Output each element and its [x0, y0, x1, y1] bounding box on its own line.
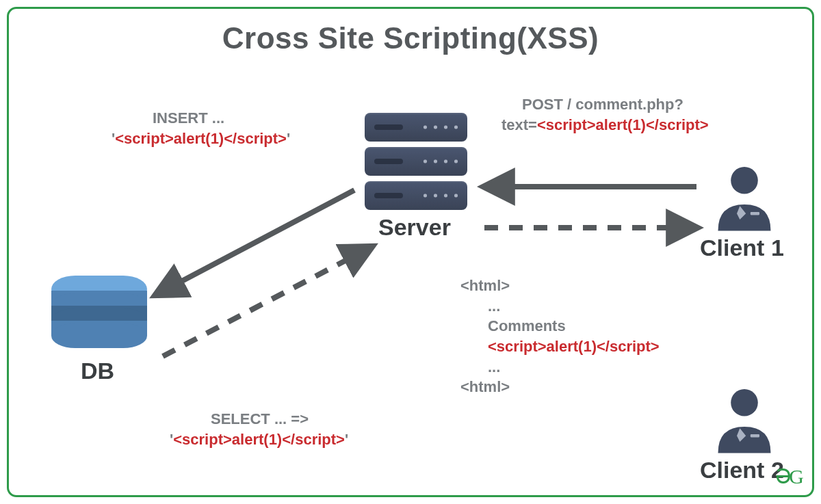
select-annotation: SELECT ... => '<script>alert(1)</script>…	[170, 409, 348, 449]
database-icon	[51, 276, 147, 348]
server-icon	[365, 113, 467, 215]
arrow-server-to-db	[156, 190, 354, 295]
arrows-layer	[9, 9, 814, 497]
diagram-frame: Cross Site Scripting(XSS) Server DB Clie…	[7, 7, 814, 497]
diagram-title: Cross Site Scripting(XSS)	[9, 21, 812, 55]
response-annotation: <html> ... Comments <script>alert(1)</sc…	[460, 276, 660, 397]
svg-point-0	[731, 167, 758, 194]
client2-icon	[707, 382, 782, 457]
arrow-db-to-server	[163, 247, 372, 356]
client1-icon	[707, 159, 782, 235]
insert-annotation: INSERT ... '<script>alert(1)</script>'	[112, 108, 290, 148]
post-annotation: POST / comment.php? text=<script>alert(1…	[501, 94, 709, 135]
svg-point-2	[731, 389, 758, 416]
svg-rect-1	[751, 212, 759, 215]
client2-label: Client 2	[700, 457, 784, 483]
server-label: Server	[378, 214, 451, 241]
client1-label: Client 1	[700, 235, 784, 261]
svg-rect-3	[751, 434, 759, 437]
watermark-logo: ƏG	[775, 464, 801, 488]
db-label: DB	[81, 358, 114, 384]
